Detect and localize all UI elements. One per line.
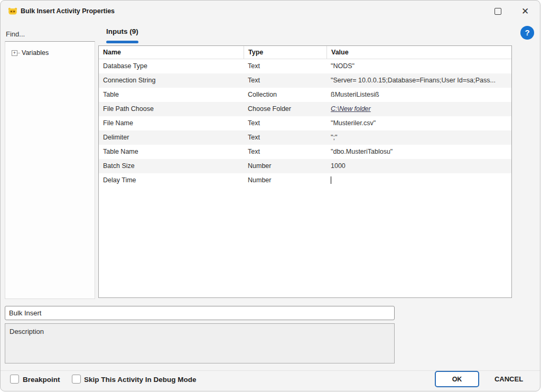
row-name: Connection String <box>99 73 244 88</box>
table-header: Name Type Value <box>99 46 511 59</box>
find-input[interactable] <box>6 28 90 40</box>
variables-tree-panel: + Variables <box>5 41 95 299</box>
row-name: Delimiter <box>99 130 244 145</box>
row-value-folder-link[interactable]: C:\New folder <box>327 102 511 116</box>
column-header-value: Value <box>327 46 511 59</box>
row-value-field[interactable]: 1000 <box>327 159 511 173</box>
row-name: File Path Choose <box>99 102 244 116</box>
row-name: Batch Size <box>99 159 244 173</box>
tree-node-label: Variables <box>22 49 49 57</box>
column-header-type: Type <box>244 46 327 59</box>
table-row[interactable]: Connection String Text "Server= 10.0.0.1… <box>99 73 511 88</box>
row-value-field[interactable]: "Server= 10.0.0.15;Database=Finans;User … <box>327 73 511 88</box>
row-type: Collection <box>244 88 327 102</box>
row-name: Table Name <box>99 145 244 159</box>
title-bar: Bulk Insert Activity Properties ✕ <box>1 1 540 22</box>
row-value-field[interactable]: "Musteriler.csv" <box>327 116 511 130</box>
skip-activity-label: Skip This Activity In Debug Mode <box>84 376 197 384</box>
row-type: Number <box>244 159 327 173</box>
ok-button[interactable]: OK <box>435 371 479 387</box>
tab-inputs[interactable]: Inputs (9) <box>106 27 138 35</box>
close-icon[interactable]: ✕ <box>519 5 531 18</box>
row-type: Number <box>244 173 327 188</box>
table-row[interactable]: Delay Time Number <box>99 173 511 188</box>
tree-expand-icon[interactable]: + <box>12 50 17 56</box>
tab-active-indicator <box>106 41 138 43</box>
row-type: Choose Folder <box>244 102 327 116</box>
tree-connector <box>17 53 20 53</box>
breakpoint-checkbox[interactable] <box>10 375 19 384</box>
row-value-field[interactable]: "NODS" <box>327 59 511 73</box>
cancel-button[interactable]: CANCEL <box>488 371 530 387</box>
maximize-button[interactable] <box>495 8 501 15</box>
robot-app-icon <box>7 6 18 16</box>
row-name: Database Type <box>99 59 244 73</box>
table-row[interactable]: File Name Text "Musteriler.csv" <box>99 116 511 130</box>
row-type: Text <box>244 145 327 159</box>
window-title: Bulk Insert Activity Properties <box>21 7 115 15</box>
row-type: Text <box>244 73 327 88</box>
tree-node-variables[interactable]: + Variables <box>12 49 49 57</box>
column-header-name: Name <box>99 46 244 59</box>
row-name: Delay Time <box>99 173 244 188</box>
table-row[interactable]: Table Name Text "dbo.MusteriTablosu" <box>99 145 511 159</box>
row-name: Table <box>99 88 244 102</box>
table-row[interactable]: Batch Size Number 1000 <box>99 159 511 173</box>
skip-activity-checkbox[interactable] <box>72 375 81 384</box>
row-value-field-focused[interactable] <box>327 173 511 188</box>
row-type: Text <box>244 116 327 130</box>
table-row[interactable]: Table Collection ßMusteriListesiß <box>99 88 511 102</box>
properties-table: Name Type Value Database Type Text "NODS… <box>98 45 512 298</box>
row-type: Text <box>244 130 327 145</box>
description-textarea[interactable]: Description <box>5 323 395 363</box>
table-row[interactable]: Delimiter Text ";" <box>99 130 511 145</box>
table-row[interactable]: Database Type Text "NODS" <box>99 59 511 73</box>
row-value-field[interactable]: ßMusteriListesiß <box>327 88 511 102</box>
activity-name-input[interactable] <box>5 306 395 320</box>
row-value-field[interactable]: ";" <box>327 130 511 145</box>
breakpoint-label: Breakpoint <box>23 376 60 384</box>
row-value-field[interactable]: "dbo.MusteriTablosu" <box>327 145 511 159</box>
row-type: Text <box>244 59 327 73</box>
table-row[interactable]: File Path Choose Choose Folder C:\New fo… <box>99 102 511 116</box>
row-name: File Name <box>99 116 244 130</box>
help-icon[interactable]: ? <box>520 26 534 40</box>
text-cursor <box>331 176 331 184</box>
bulk-insert-properties-dialog: Bulk Insert Activity Properties ✕ ? + Va… <box>0 0 540 391</box>
